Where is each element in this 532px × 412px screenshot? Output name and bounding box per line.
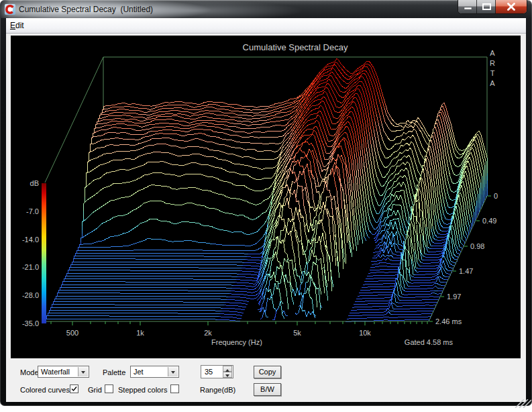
svg-text:dB: dB (30, 179, 39, 187)
svg-text:1.47: 1.47 (459, 267, 473, 275)
svg-text:0.98: 0.98 (470, 242, 484, 250)
svg-text:Cumulative Spectral Decay: Cumulative Spectral Decay (243, 42, 348, 52)
svg-text:-35.0: -35.0 (22, 319, 39, 327)
svg-text:Frequency (Hz): Frequency (Hz) (211, 338, 262, 346)
svg-text:A: A (490, 49, 495, 57)
svg-text:500: 500 (66, 329, 78, 337)
svg-text:Gated 4.58 ms: Gated 4.58 ms (405, 338, 454, 346)
svg-text:2.46 ms: 2.46 ms (435, 317, 462, 325)
svg-text:0.49: 0.49 (482, 217, 496, 225)
svg-text:R: R (490, 59, 495, 67)
svg-text:10k: 10k (359, 329, 371, 337)
svg-text:2k: 2k (204, 329, 212, 337)
svg-text:T: T (490, 69, 495, 77)
svg-text:-7.0: -7.0 (26, 207, 39, 215)
svg-text:-28.0: -28.0 (22, 291, 39, 299)
svg-text:1.97: 1.97 (447, 293, 461, 301)
svg-text:-14.0: -14.0 (22, 236, 39, 244)
svg-text:-21.0: -21.0 (22, 263, 39, 271)
svg-text:A: A (490, 79, 495, 87)
svg-text:1k: 1k (136, 329, 144, 337)
svg-text:5k: 5k (293, 329, 301, 337)
svg-text:0: 0 (494, 192, 498, 200)
